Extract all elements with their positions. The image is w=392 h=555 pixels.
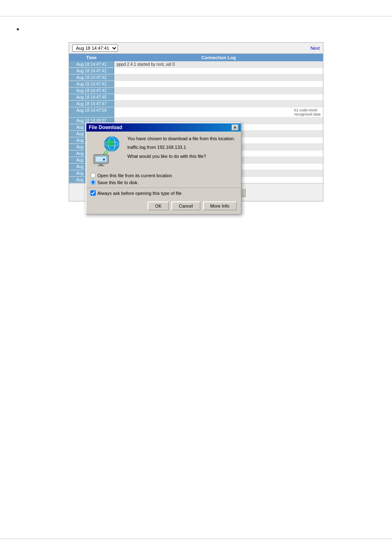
bullet-point: • bbox=[16, 25, 376, 34]
option-save-text: Save this file to disk. bbox=[97, 180, 138, 185]
row-msg bbox=[114, 81, 323, 87]
svg-rect-9 bbox=[98, 165, 104, 166]
dialog-checkbox-row: Always ask before opening this type of f… bbox=[86, 187, 241, 198]
row-msg bbox=[114, 74, 323, 81]
svg-rect-8 bbox=[99, 164, 103, 165]
option-open-label[interactable]: Open this file from its current location bbox=[90, 173, 237, 178]
row-time: Aug 18 14:47:42 bbox=[69, 81, 114, 87]
log-table-header: Time Connection Log bbox=[69, 54, 323, 61]
ok-button[interactable]: OK bbox=[148, 201, 169, 210]
dialog-file-info: traffic.log from 192.168.133.1 bbox=[127, 144, 237, 150]
dialog-question: What would you like to do with this file… bbox=[127, 153, 237, 160]
row-msg bbox=[114, 88, 323, 94]
bottom-bar bbox=[0, 539, 392, 555]
top-bar bbox=[0, 0, 392, 16]
option-save-radio[interactable] bbox=[90, 180, 96, 185]
dialog-close-button[interactable]: × bbox=[232, 125, 238, 130]
date-dropdown[interactable]: Aug 18 14:47:41 bbox=[72, 44, 118, 52]
always-ask-label: Always ask before opening this type of f… bbox=[97, 191, 182, 196]
next-link[interactable]: Next bbox=[310, 46, 320, 51]
always-ask-checkbox[interactable] bbox=[90, 190, 96, 196]
row-time: Aug 18 14:47:42 bbox=[69, 74, 114, 81]
dialog-text-area: You have chosen to download a file from … bbox=[127, 136, 237, 169]
table-row: Aug 18 14:47:41 bbox=[69, 68, 323, 74]
table-row: Aug 18 14:47:41 pppd 2.4.1 started by ro… bbox=[69, 61, 323, 68]
row-time: Aug 18 14:47:45 bbox=[69, 94, 114, 100]
option-open-text: Open this file from its current location bbox=[97, 173, 172, 178]
row-time: Aug 18 14:47:59 bbox=[69, 107, 114, 117]
row-time: Aug 18 14:47:47 bbox=[69, 101, 114, 107]
option-save-label[interactable]: Save this file to disk. bbox=[90, 180, 237, 185]
dialog-title: File Download bbox=[89, 125, 122, 130]
row-time: Aug 18 14:47:41 bbox=[69, 61, 114, 67]
row-time: Aug 18 14:47:41 bbox=[69, 68, 114, 74]
cancel-button[interactable]: Cancel bbox=[171, 201, 200, 210]
row-msg bbox=[114, 68, 323, 74]
table-row: Aug 18 14:47:45 bbox=[69, 94, 323, 101]
header-log: Connection Log bbox=[114, 54, 323, 61]
row-note: b1 code=0x00recognized data bbox=[294, 108, 321, 116]
dialog-buttons: OK Cancel More Info bbox=[86, 198, 241, 214]
option-open-radio[interactable] bbox=[90, 173, 96, 178]
row-msg bbox=[114, 94, 323, 100]
table-row: Aug 18 14:47:42 bbox=[69, 88, 323, 94]
table-row: Aug 18 14:47:42 bbox=[69, 74, 323, 81]
row-msg: b1 code=0x00recognized data bbox=[114, 107, 323, 117]
table-row: Aug 18 14:47:59 b1 code=0x00recognized d… bbox=[69, 107, 323, 118]
dialog-body: You have chosen to download a file from … bbox=[86, 132, 241, 173]
dialog-options: Open this file from its current location… bbox=[86, 173, 241, 187]
header-time: Time bbox=[69, 54, 114, 61]
dialog-main-text: You have chosen to download a file from … bbox=[127, 136, 237, 142]
row-time: Aug 18 14:47:42 bbox=[69, 88, 114, 94]
table-row: Aug 18 14:47:47 bbox=[69, 101, 323, 107]
row-msg bbox=[114, 101, 323, 107]
row-msg: pppd 2.4.1 started by root, uid 0 bbox=[114, 61, 323, 67]
log-panel-header: Aug 18 14:47:41 Next bbox=[69, 43, 323, 54]
more-info-button[interactable]: More Info bbox=[203, 201, 237, 210]
dialog-titlebar: File Download × bbox=[86, 123, 241, 132]
file-download-dialog: File Download × bbox=[85, 123, 242, 215]
dialog-icon bbox=[90, 136, 123, 169]
table-row: Aug 18 14:47:42 bbox=[69, 81, 323, 88]
